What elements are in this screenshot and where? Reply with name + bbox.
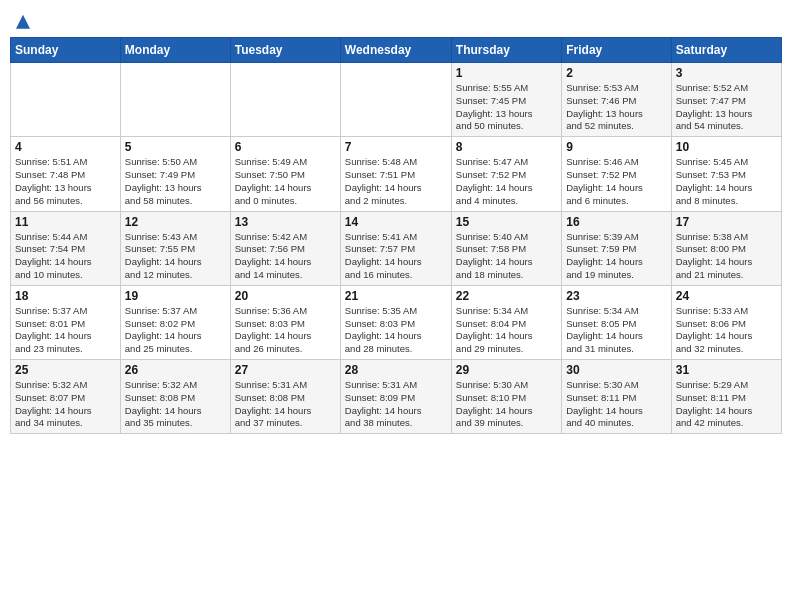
calendar-cell: 3Sunrise: 5:52 AM Sunset: 7:47 PM Daylig… <box>671 63 781 137</box>
day-info: Sunrise: 5:32 AM Sunset: 8:07 PM Dayligh… <box>15 379 116 430</box>
day-info: Sunrise: 5:34 AM Sunset: 8:04 PM Dayligh… <box>456 305 557 356</box>
day-number: 6 <box>235 140 336 154</box>
day-number: 19 <box>125 289 226 303</box>
calendar-cell: 25Sunrise: 5:32 AM Sunset: 8:07 PM Dayli… <box>11 360 121 434</box>
day-info: Sunrise: 5:30 AM Sunset: 8:11 PM Dayligh… <box>566 379 666 430</box>
calendar-table: SundayMondayTuesdayWednesdayThursdayFrid… <box>10 37 782 434</box>
day-info: Sunrise: 5:53 AM Sunset: 7:46 PM Dayligh… <box>566 82 666 133</box>
calendar-cell: 7Sunrise: 5:48 AM Sunset: 7:51 PM Daylig… <box>340 137 451 211</box>
day-info: Sunrise: 5:43 AM Sunset: 7:55 PM Dayligh… <box>125 231 226 282</box>
day-number: 8 <box>456 140 557 154</box>
day-info: Sunrise: 5:45 AM Sunset: 7:53 PM Dayligh… <box>676 156 777 207</box>
calendar-cell: 26Sunrise: 5:32 AM Sunset: 8:08 PM Dayli… <box>120 360 230 434</box>
day-number: 4 <box>15 140 116 154</box>
calendar-cell: 30Sunrise: 5:30 AM Sunset: 8:11 PM Dayli… <box>562 360 671 434</box>
calendar-cell: 13Sunrise: 5:42 AM Sunset: 7:56 PM Dayli… <box>230 211 340 285</box>
day-info: Sunrise: 5:47 AM Sunset: 7:52 PM Dayligh… <box>456 156 557 207</box>
day-info: Sunrise: 5:44 AM Sunset: 7:54 PM Dayligh… <box>15 231 116 282</box>
day-info: Sunrise: 5:42 AM Sunset: 7:56 PM Dayligh… <box>235 231 336 282</box>
calendar-cell <box>340 63 451 137</box>
day-number: 10 <box>676 140 777 154</box>
day-number: 17 <box>676 215 777 229</box>
weekday-header-monday: Monday <box>120 38 230 63</box>
calendar-cell <box>120 63 230 137</box>
day-info: Sunrise: 5:40 AM Sunset: 7:58 PM Dayligh… <box>456 231 557 282</box>
day-number: 5 <box>125 140 226 154</box>
weekday-header-tuesday: Tuesday <box>230 38 340 63</box>
day-info: Sunrise: 5:48 AM Sunset: 7:51 PM Dayligh… <box>345 156 447 207</box>
day-number: 31 <box>676 363 777 377</box>
calendar-cell: 18Sunrise: 5:37 AM Sunset: 8:01 PM Dayli… <box>11 285 121 359</box>
day-number: 15 <box>456 215 557 229</box>
day-info: Sunrise: 5:49 AM Sunset: 7:50 PM Dayligh… <box>235 156 336 207</box>
day-number: 24 <box>676 289 777 303</box>
calendar-cell: 1Sunrise: 5:55 AM Sunset: 7:45 PM Daylig… <box>451 63 561 137</box>
day-number: 2 <box>566 66 666 80</box>
calendar-cell: 19Sunrise: 5:37 AM Sunset: 8:02 PM Dayli… <box>120 285 230 359</box>
calendar-cell: 16Sunrise: 5:39 AM Sunset: 7:59 PM Dayli… <box>562 211 671 285</box>
calendar-cell: 28Sunrise: 5:31 AM Sunset: 8:09 PM Dayli… <box>340 360 451 434</box>
day-number: 23 <box>566 289 666 303</box>
day-number: 13 <box>235 215 336 229</box>
day-number: 27 <box>235 363 336 377</box>
day-info: Sunrise: 5:55 AM Sunset: 7:45 PM Dayligh… <box>456 82 557 133</box>
day-number: 16 <box>566 215 666 229</box>
calendar-cell: 12Sunrise: 5:43 AM Sunset: 7:55 PM Dayli… <box>120 211 230 285</box>
calendar-cell: 5Sunrise: 5:50 AM Sunset: 7:49 PM Daylig… <box>120 137 230 211</box>
calendar-cell: 20Sunrise: 5:36 AM Sunset: 8:03 PM Dayli… <box>230 285 340 359</box>
calendar-cell: 27Sunrise: 5:31 AM Sunset: 8:08 PM Dayli… <box>230 360 340 434</box>
day-number: 28 <box>345 363 447 377</box>
calendar-cell: 17Sunrise: 5:38 AM Sunset: 8:00 PM Dayli… <box>671 211 781 285</box>
day-info: Sunrise: 5:32 AM Sunset: 8:08 PM Dayligh… <box>125 379 226 430</box>
day-info: Sunrise: 5:37 AM Sunset: 8:01 PM Dayligh… <box>15 305 116 356</box>
calendar-cell: 2Sunrise: 5:53 AM Sunset: 7:46 PM Daylig… <box>562 63 671 137</box>
day-info: Sunrise: 5:38 AM Sunset: 8:00 PM Dayligh… <box>676 231 777 282</box>
calendar-cell: 23Sunrise: 5:34 AM Sunset: 8:05 PM Dayli… <box>562 285 671 359</box>
day-info: Sunrise: 5:50 AM Sunset: 7:49 PM Dayligh… <box>125 156 226 207</box>
weekday-header-saturday: Saturday <box>671 38 781 63</box>
day-info: Sunrise: 5:31 AM Sunset: 8:09 PM Dayligh… <box>345 379 447 430</box>
calendar-cell: 22Sunrise: 5:34 AM Sunset: 8:04 PM Dayli… <box>451 285 561 359</box>
day-info: Sunrise: 5:41 AM Sunset: 7:57 PM Dayligh… <box>345 231 447 282</box>
day-info: Sunrise: 5:51 AM Sunset: 7:48 PM Dayligh… <box>15 156 116 207</box>
day-number: 7 <box>345 140 447 154</box>
weekday-header-friday: Friday <box>562 38 671 63</box>
calendar-cell: 11Sunrise: 5:44 AM Sunset: 7:54 PM Dayli… <box>11 211 121 285</box>
day-info: Sunrise: 5:36 AM Sunset: 8:03 PM Dayligh… <box>235 305 336 356</box>
day-number: 14 <box>345 215 447 229</box>
logo <box>14 10 30 31</box>
calendar-cell: 14Sunrise: 5:41 AM Sunset: 7:57 PM Dayli… <box>340 211 451 285</box>
calendar-cell: 10Sunrise: 5:45 AM Sunset: 7:53 PM Dayli… <box>671 137 781 211</box>
day-info: Sunrise: 5:29 AM Sunset: 8:11 PM Dayligh… <box>676 379 777 430</box>
day-number: 11 <box>15 215 116 229</box>
day-info: Sunrise: 5:33 AM Sunset: 8:06 PM Dayligh… <box>676 305 777 356</box>
day-number: 30 <box>566 363 666 377</box>
calendar-cell <box>230 63 340 137</box>
calendar-cell: 15Sunrise: 5:40 AM Sunset: 7:58 PM Dayli… <box>451 211 561 285</box>
calendar-cell: 4Sunrise: 5:51 AM Sunset: 7:48 PM Daylig… <box>11 137 121 211</box>
day-number: 20 <box>235 289 336 303</box>
day-info: Sunrise: 5:30 AM Sunset: 8:10 PM Dayligh… <box>456 379 557 430</box>
day-number: 9 <box>566 140 666 154</box>
calendar-cell: 21Sunrise: 5:35 AM Sunset: 8:03 PM Dayli… <box>340 285 451 359</box>
day-number: 26 <box>125 363 226 377</box>
calendar-cell: 24Sunrise: 5:33 AM Sunset: 8:06 PM Dayli… <box>671 285 781 359</box>
day-number: 1 <box>456 66 557 80</box>
day-info: Sunrise: 5:34 AM Sunset: 8:05 PM Dayligh… <box>566 305 666 356</box>
day-number: 3 <box>676 66 777 80</box>
logo-triangle-icon <box>16 15 30 29</box>
day-number: 25 <box>15 363 116 377</box>
weekday-header-thursday: Thursday <box>451 38 561 63</box>
day-info: Sunrise: 5:39 AM Sunset: 7:59 PM Dayligh… <box>566 231 666 282</box>
day-info: Sunrise: 5:31 AM Sunset: 8:08 PM Dayligh… <box>235 379 336 430</box>
calendar-cell: 29Sunrise: 5:30 AM Sunset: 8:10 PM Dayli… <box>451 360 561 434</box>
day-number: 22 <box>456 289 557 303</box>
calendar-cell: 31Sunrise: 5:29 AM Sunset: 8:11 PM Dayli… <box>671 360 781 434</box>
day-number: 18 <box>15 289 116 303</box>
day-info: Sunrise: 5:35 AM Sunset: 8:03 PM Dayligh… <box>345 305 447 356</box>
calendar-cell: 9Sunrise: 5:46 AM Sunset: 7:52 PM Daylig… <box>562 137 671 211</box>
header <box>10 10 782 31</box>
calendar-cell: 6Sunrise: 5:49 AM Sunset: 7:50 PM Daylig… <box>230 137 340 211</box>
day-number: 12 <box>125 215 226 229</box>
day-number: 21 <box>345 289 447 303</box>
